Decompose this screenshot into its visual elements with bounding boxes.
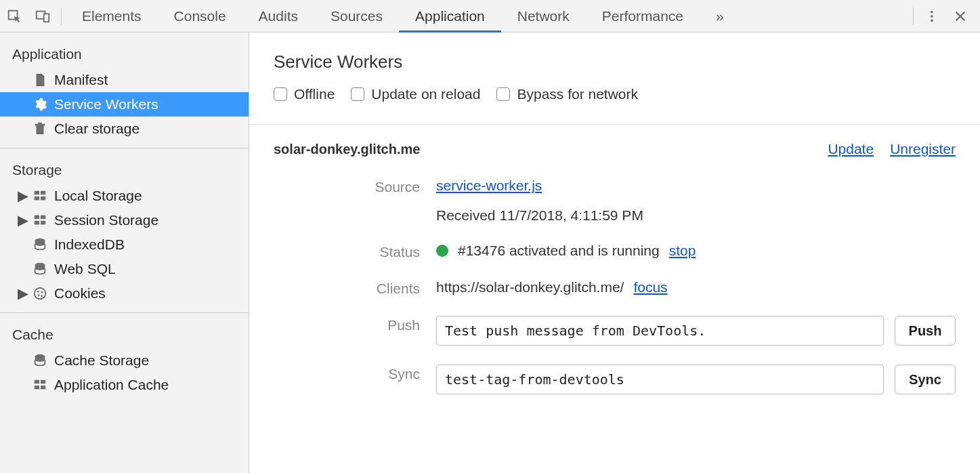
sidebar-item-label: Session Storage <box>54 212 158 228</box>
tab-console[interactable]: Console <box>158 0 242 33</box>
svg-point-16 <box>35 288 46 300</box>
devtools-tabbar: Elements Console Audits Sources Applicat… <box>0 0 980 33</box>
sidebar-item-application-cache[interactable]: Application Cache <box>0 373 249 397</box>
divider <box>249 124 980 125</box>
divider <box>61 7 62 25</box>
offline-checkbox[interactable]: Offline <box>274 86 335 102</box>
tabs-overflow[interactable]: » <box>700 0 740 33</box>
page-title: Service Workers <box>274 52 956 73</box>
tab-audits[interactable]: Audits <box>242 0 314 33</box>
sidebar-item-label: Local Storage <box>54 188 142 204</box>
checkbox-icon <box>496 87 510 101</box>
tab-application[interactable]: Application <box>399 0 501 33</box>
inspect-element-icon[interactable] <box>0 0 28 33</box>
device-toolbar-icon[interactable] <box>28 0 57 33</box>
unregister-link[interactable]: Unregister <box>890 141 956 157</box>
service-workers-panel: Service Workers Offline Update on reload… <box>249 33 980 473</box>
sidebar-item-label: IndexedDB <box>54 236 125 253</box>
client-url: https://solar-donkey.glitch.me/ <box>436 279 624 295</box>
label-source: Source <box>287 178 436 195</box>
sidebar-item-label: Cookies <box>54 285 106 302</box>
sidebar-item-websql[interactable]: Web SQL <box>0 257 249 281</box>
options-row: Offline Update on reload Bypass for netw… <box>274 86 956 108</box>
tab-elements[interactable]: Elements <box>66 0 158 33</box>
database-icon <box>33 353 47 368</box>
origin-row: solar-donkey.glitch.me Update Unregister <box>274 141 956 157</box>
label-sync: Sync <box>287 365 436 382</box>
section-application: Application <box>0 39 249 68</box>
sidebar-item-cache-storage[interactable]: Cache Storage <box>0 348 249 373</box>
push-button[interactable]: Push <box>895 316 956 346</box>
sidebar-item-service-workers[interactable]: Service Workers <box>0 92 249 117</box>
origin-label: solar-donkey.glitch.me <box>274 142 811 157</box>
svg-rect-23 <box>41 380 45 384</box>
update-on-reload-checkbox[interactable]: Update on reload <box>351 86 480 102</box>
checkbox-icon <box>274 87 287 101</box>
update-link[interactable]: Update <box>828 141 874 157</box>
database-icon <box>33 262 47 276</box>
sidebar-item-cookies[interactable]: ▶ Cookies <box>0 281 249 306</box>
svg-rect-24 <box>35 386 39 390</box>
divider <box>913 7 914 25</box>
svg-rect-22 <box>35 380 39 384</box>
database-icon <box>33 237 47 252</box>
grid-icon <box>33 188 47 203</box>
tab-network[interactable]: Network <box>501 0 586 33</box>
svg-rect-10 <box>35 215 39 220</box>
sidebar-item-local-storage[interactable]: ▶ Local Storage <box>0 184 249 208</box>
received-timestamp: Received 11/7/2018, 4:11:59 PM <box>436 207 956 224</box>
cookie-icon <box>33 286 47 301</box>
sidebar-item-label: Manifest <box>54 72 108 88</box>
sidebar-item-label: Cache Storage <box>54 352 149 369</box>
expand-arrow-icon[interactable]: ▶ <box>18 212 26 228</box>
source-file-link[interactable]: service-worker.js <box>436 178 956 194</box>
label-status: Status <box>287 243 436 260</box>
svg-point-20 <box>41 295 43 297</box>
stop-link[interactable]: stop <box>669 243 696 259</box>
grid-icon <box>33 213 47 228</box>
section-cache: Cache <box>0 320 249 348</box>
svg-rect-6 <box>35 191 39 195</box>
label-push: Push <box>287 316 436 333</box>
svg-point-4 <box>931 15 933 18</box>
svg-rect-25 <box>41 386 45 390</box>
svg-rect-8 <box>35 197 39 201</box>
panel-tabs: Elements Console Audits Sources Applicat… <box>66 0 909 33</box>
sidebar-item-clear-storage[interactable]: Clear storage <box>0 117 249 141</box>
tab-performance[interactable]: Performance <box>586 0 700 33</box>
status-indicator-icon <box>436 245 448 257</box>
expand-arrow-icon[interactable]: ▶ <box>18 285 26 302</box>
expand-arrow-icon[interactable]: ▶ <box>18 188 26 204</box>
section-storage: Storage <box>0 155 249 184</box>
sidebar-item-label: Web SQL <box>54 261 116 277</box>
svg-rect-9 <box>41 197 45 201</box>
push-input[interactable] <box>436 316 884 346</box>
grid-icon <box>33 377 47 392</box>
gear-icon <box>33 97 47 112</box>
settings-menu-icon[interactable] <box>918 0 946 33</box>
application-sidebar: Application Manifest Service Workers Cle… <box>0 33 249 473</box>
document-icon <box>33 73 47 87</box>
svg-point-18 <box>41 291 43 293</box>
focus-link[interactable]: focus <box>633 279 667 295</box>
svg-point-3 <box>931 10 933 13</box>
checkbox-icon <box>351 87 364 101</box>
tab-sources[interactable]: Sources <box>314 0 399 33</box>
svg-rect-12 <box>35 221 39 225</box>
label-clients: Clients <box>287 279 436 297</box>
svg-point-5 <box>931 19 933 22</box>
status-text: #13476 activated and is running <box>458 243 660 259</box>
svg-rect-7 <box>41 191 45 195</box>
sidebar-item-indexeddb[interactable]: IndexedDB <box>0 232 249 257</box>
svg-point-17 <box>37 291 39 293</box>
sync-button[interactable]: Sync <box>895 365 956 394</box>
trash-icon <box>33 121 47 136</box>
close-icon[interactable] <box>946 0 975 33</box>
bypass-for-network-checkbox[interactable]: Bypass for network <box>496 86 638 102</box>
sync-input[interactable] <box>436 365 884 394</box>
sidebar-item-manifest[interactable]: Manifest <box>0 68 249 92</box>
svg-rect-11 <box>41 215 45 220</box>
sidebar-item-session-storage[interactable]: ▶ Session Storage <box>0 208 249 232</box>
sidebar-item-label: Application Cache <box>54 377 169 393</box>
sidebar-item-label: Service Workers <box>54 96 158 112</box>
